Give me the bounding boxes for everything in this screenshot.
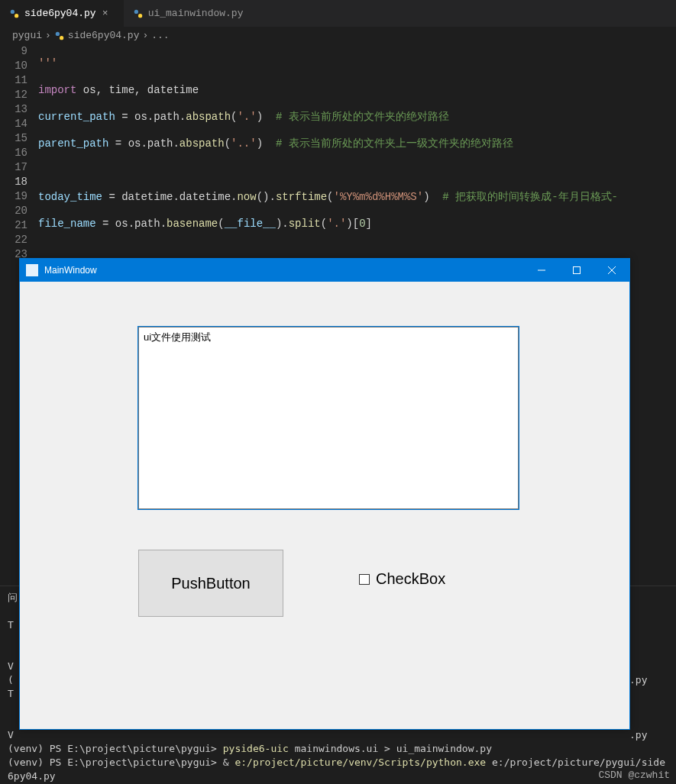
close-button[interactable]: [594, 259, 629, 282]
python-icon: [9, 8, 20, 19]
qt-main-window: MainWindow ui文件使用测试 PushButton CheckBox: [19, 258, 630, 730]
svg-point-5: [60, 36, 63, 40]
text-edit-value: ui文件使用测试: [144, 331, 211, 343]
text-edit[interactable]: ui文件使用测试: [138, 327, 519, 509]
chevron-right-icon: ›: [142, 30, 148, 41]
close-icon[interactable]: ×: [102, 8, 115, 19]
tab-side6py04[interactable]: side6py04.py ×: [0, 0, 124, 27]
watermark: CSDN @czwhit: [598, 769, 670, 781]
app-icon: [26, 264, 38, 276]
tab-ui-mainwindow[interactable]: ui_mainwindow.py: [124, 0, 253, 27]
window-title: MainWindow: [44, 265, 524, 276]
svg-rect-7: [574, 267, 581, 274]
push-button[interactable]: PushButton: [138, 550, 283, 617]
breadcrumb-folder[interactable]: pygui: [12, 30, 42, 41]
tab-label: side6py04.py: [24, 8, 96, 19]
tab-label: ui_mainwindow.py: [148, 8, 244, 19]
chevron-right-icon: ›: [45, 30, 51, 41]
window-body: ui文件使用测试 PushButton CheckBox: [20, 282, 629, 729]
svg-point-2: [134, 9, 137, 13]
breadcrumb: pygui › side6py04.py › ...: [0, 27, 676, 44]
python-icon: [133, 8, 144, 19]
tab-bar: side6py04.py × ui_mainwindow.py: [0, 0, 676, 27]
window-titlebar[interactable]: MainWindow: [20, 259, 629, 282]
checkbox-box-icon: [359, 574, 370, 585]
breadcrumb-symbol[interactable]: ...: [151, 30, 169, 41]
checkbox[interactable]: CheckBox: [359, 570, 445, 588]
svg-point-4: [56, 31, 60, 35]
svg-point-0: [11, 9, 15, 13]
minimize-button[interactable]: [524, 259, 559, 282]
python-icon: [54, 31, 65, 41]
svg-point-1: [15, 14, 18, 18]
breadcrumb-file[interactable]: side6py04.py: [68, 30, 140, 41]
maximize-button[interactable]: [559, 259, 594, 282]
checkbox-label: CheckBox: [376, 570, 445, 588]
svg-point-3: [138, 14, 142, 18]
